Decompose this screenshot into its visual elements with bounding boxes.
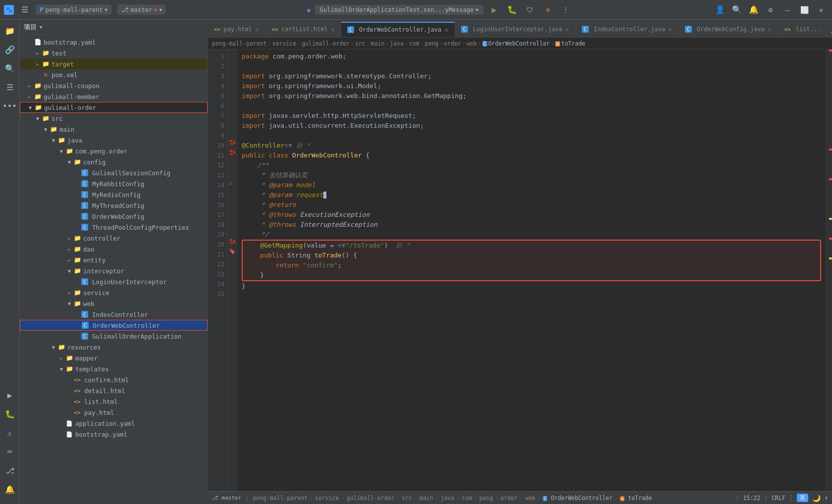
tree-item-package[interactable]: ▼ 📁 com.peng.order [20,146,208,156]
tree-item-member[interactable]: ▶ 📁 gulimall-member [20,91,208,102]
breadcrumb-root[interactable]: peng-mall-parent [212,40,267,47]
branch-dropdown-icon[interactable]: ▼ [159,7,162,12]
close-button[interactable]: ✕ [814,3,828,17]
tree-item-test[interactable]: ▶ 📁 test [20,48,208,58]
run-button[interactable]: ▶ [487,3,501,17]
tree-item-list-html[interactable]: <> list.html [20,396,208,407]
tree-item-interceptor[interactable]: ▼ 📁 interceptor [20,265,208,276]
sidebar-git-icon[interactable]: ⎇ [1,461,19,479]
code-content[interactable]: package com.peng.order.web; import org.s… [238,50,825,491]
tab-order[interactable]: C OrderWebController.java ✕ [341,22,455,38]
sidebar-notifications-icon[interactable]: 🔔 [1,480,19,498]
tree-item-coupon[interactable]: ▶ 📁 gulimall-coupon [20,80,208,91]
tree-item-java[interactable]: ▼ 📁 java [20,135,208,146]
tree-item-src[interactable]: ▼ 📁 src [20,113,208,124]
tab-close-pay[interactable]: ✕ [255,25,259,33]
tab-config[interactable]: C OrderWebConfig.java ✕ [679,21,779,37]
sidebar-run-icon[interactable]: ▶ [1,386,19,404]
branch-selector[interactable]: ⎇ master ✱ ▼ [117,4,166,15]
tree-item-entity[interactable]: ▶ 📁 entity [20,254,208,265]
tree-item-mapper[interactable]: ▶ 📁 mapper [20,353,208,363]
run-config-selector[interactable]: GulimallOrderApplicationTest.sen...yMess… [315,5,483,15]
tab-pay[interactable]: <> pay.html ✕ [208,21,265,37]
tree-arrow-web[interactable]: ▼ [65,301,73,306]
tab-more-button[interactable]: ▼ ⋮ [827,29,832,37]
notifications-button[interactable]: 🔔 [747,3,761,17]
sidebar-problems-icon[interactable]: ⚠ [1,424,19,442]
account-button[interactable]: 👤 [713,3,727,17]
project-dropdown-icon[interactable]: ▼ [104,7,107,12]
tree-arrow-package[interactable]: ▼ [57,149,65,154]
tree-item-resources[interactable]: ▼ 📁 resources [20,342,208,353]
minimize-button[interactable]: — [780,3,794,17]
tree-item-templates[interactable]: ▼ 📁 templates [20,363,208,374]
status-git[interactable]: ⎇ master [212,495,241,501]
tree-item-pom[interactable]: m pom.xml [20,69,208,80]
breadcrumb-service[interactable]: service [272,40,296,47]
breadcrumb-web[interactable]: web [467,40,477,47]
breadcrumb-main[interactable]: main [371,40,385,47]
breadcrumb-method[interactable]: mtoTrade [555,40,585,47]
tree-arrow-target[interactable]: ▶ [34,61,42,67]
tab-close-order[interactable]: ✕ [444,26,448,34]
tab-cart[interactable]: <> cartList.html ✕ [265,21,341,37]
tree-item-confirm-html[interactable]: <> confirm.html [20,374,208,385]
tree-arrow-main[interactable]: ▼ [42,127,50,132]
tree-item-orderwebconfig[interactable]: C OrderWebConfig [20,211,208,222]
sidebar-structure-icon[interactable]: ☰ [1,78,19,96]
tree-arrow-resources[interactable]: ▼ [50,345,57,350]
tree-item-gulimallorderapplication[interactable]: C GulimallOrderApplication [20,331,208,342]
tree-arrow-service[interactable]: ▶ [65,290,73,296]
tree-item-controller[interactable]: ▶ 📁 controller [20,233,208,244]
tree-item-target[interactable]: ▶ 📁 target [20,58,208,69]
gutter-bean-20[interactable]: 🫘 [229,238,236,245]
tab-close-cart[interactable]: ✕ [331,25,335,33]
tree-item-detail-html[interactable]: <> detail.html [20,385,208,396]
run-config-dropdown-icon[interactable]: ▼ [475,7,478,12]
tree-item-gulimall-session[interactable]: C GulimallSessionConfig [20,167,208,178]
tree-item-config[interactable]: ▼ 📁 config [20,156,208,167]
tab-login[interactable]: C LoginUserInterceptor.java ✕ [455,21,576,37]
maximize-button[interactable]: ⬜ [797,3,811,17]
tree-item-dao[interactable]: ▶ 📁 dao [20,244,208,254]
sidebar-commit-icon[interactable]: 🔗 [1,41,19,58]
tree-item-bootstrap-yaml2[interactable]: 📄 bootstrap.yaml [20,429,208,440]
tab-close-login[interactable]: ✕ [565,25,569,33]
tree-item-mythread[interactable]: C MyThreadConfig [20,200,208,211]
breadcrumb-peng[interactable]: peng [425,40,439,47]
tree-arrow-entity[interactable]: ▶ [65,257,73,263]
tree-item-service[interactable]: ▶ 📁 service [20,287,208,298]
sidebar-more-icon[interactable]: ••• [1,97,19,115]
sidebar-search-icon[interactable]: 🔍 [1,59,19,77]
tree-item-main[interactable]: ▼ 📁 main [20,124,208,135]
tab-index[interactable]: C IndexController.java ✕ [576,21,679,37]
tree-arrow-controller[interactable]: ▶ [65,236,73,241]
tree-item-indexcontroller[interactable]: C IndexController [20,309,208,320]
breadcrumb-order2[interactable]: order [444,40,461,47]
tree-item-web[interactable]: ▼ 📁 web [20,298,208,309]
tree-item-orderwebcontroller[interactable]: C OrderWebController [20,320,208,331]
tree-item-order[interactable]: ▼ 📁 gulimall-order [20,102,208,113]
tree-item-threadpool[interactable]: C ThreadPoolConfigProperties [20,222,208,233]
sidebar-project-icon[interactable]: 📁 [1,22,19,40]
breadcrumb-com[interactable]: com [409,40,419,47]
status-encoding[interactable]: CRLF [772,495,785,502]
tree-arrow-interceptor[interactable]: ▼ [65,268,73,274]
tree-item-myredis[interactable]: C MyRedisConfig [20,189,208,200]
profile-button[interactable]: ⊕ [541,3,555,17]
tree-item-loginuserinterceptor[interactable]: C LoginUserInterceptor [20,276,208,287]
tree-arrow-member[interactable]: ▶ [26,94,34,100]
menu-icon[interactable]: ☰ [18,3,32,17]
gutter-bookmark-21[interactable]: 🔖 [229,248,236,254]
project-selector[interactable]: P peng-mall-parent ▼ [36,4,111,15]
gutter-bean-10[interactable]: 🫘 [229,139,236,146]
project-tree-dropdown-icon[interactable]: ▼ [40,25,42,30]
debug-button[interactable]: 🐛 [505,3,519,17]
coverage-button[interactable]: 🛡 [523,3,537,17]
tree-item-bootstrap-yaml[interactable]: 📄 bootstrap.yaml [20,37,208,48]
tree-arrow-templates[interactable]: ▼ [57,366,65,372]
tree-arrow-test[interactable]: ▶ [34,50,42,56]
sidebar-debug-icon[interactable]: 🐛 [1,405,19,423]
breadcrumb-controller-class[interactable]: COrderWebController [482,40,550,47]
search-button[interactable]: 🔍 [730,3,744,17]
